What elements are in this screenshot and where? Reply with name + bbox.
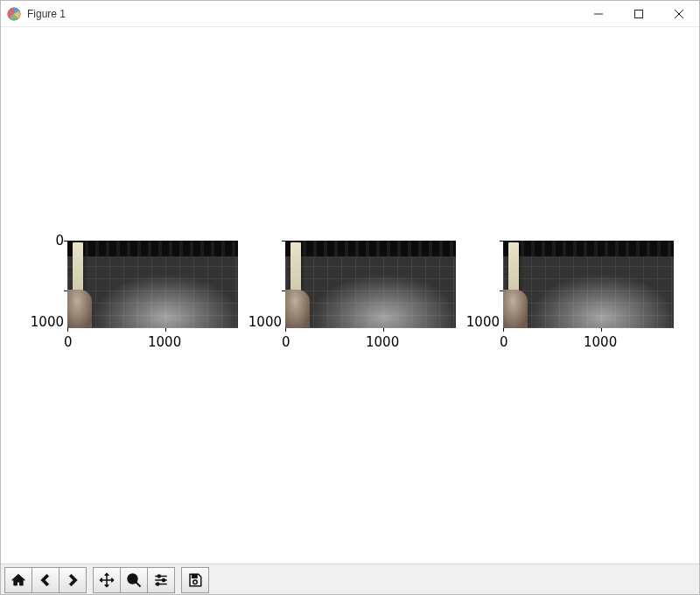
- ytick-label: 1000: [248, 314, 282, 330]
- close-button[interactable]: [659, 1, 699, 27]
- matplotlib-icon: [7, 7, 21, 21]
- ytick-label: 1000: [466, 314, 500, 330]
- ytick-label: 0: [55, 233, 64, 248]
- xtick-label: 0: [282, 334, 290, 350]
- xtick-label: 0: [500, 334, 508, 350]
- svg-point-16: [193, 580, 198, 584]
- save-button[interactable]: [181, 567, 209, 593]
- xtick-label: 1000: [148, 334, 181, 350]
- svg-rect-2: [635, 10, 643, 18]
- xtick-label: 1000: [366, 334, 399, 350]
- subplot-1: 0 1000 0 1000: [43, 241, 246, 363]
- svg-point-10: [158, 575, 160, 578]
- figure-canvas[interactable]: 0 1000 0 1000 1000 0 1000 1000: [1, 27, 699, 564]
- window-titlebar: Figure 1: [1, 1, 699, 27]
- zoom-button[interactable]: [120, 567, 148, 593]
- svg-point-12: [163, 578, 165, 581]
- svg-rect-15: [192, 574, 197, 578]
- svg-point-14: [157, 583, 159, 585]
- maximize-button[interactable]: [619, 1, 659, 27]
- back-button[interactable]: [32, 567, 60, 593]
- home-button[interactable]: [4, 567, 32, 593]
- axes-image-2: [285, 241, 456, 328]
- svg-line-8: [136, 582, 140, 586]
- subplot-2: 1000 0 1000: [261, 241, 464, 363]
- axes-image-3: [503, 241, 674, 328]
- xtick-label: 0: [64, 334, 73, 350]
- window-title: Figure 1: [27, 8, 66, 20]
- axes-image-1: [67, 241, 238, 328]
- pan-button[interactable]: [93, 567, 121, 593]
- subplot-3: 1000 0 1000: [479, 241, 682, 363]
- ytick-label: 1000: [31, 314, 64, 330]
- svg-point-7: [128, 574, 137, 584]
- minimize-button[interactable]: [578, 1, 619, 27]
- xtick-label: 1000: [584, 334, 617, 350]
- forward-button[interactable]: [59, 567, 87, 593]
- configure-subplots-button[interactable]: [147, 567, 175, 593]
- subplot-row: 0 1000 0 1000 1000 0 1000 1000: [43, 241, 682, 363]
- navigation-toolbar: [1, 564, 699, 595]
